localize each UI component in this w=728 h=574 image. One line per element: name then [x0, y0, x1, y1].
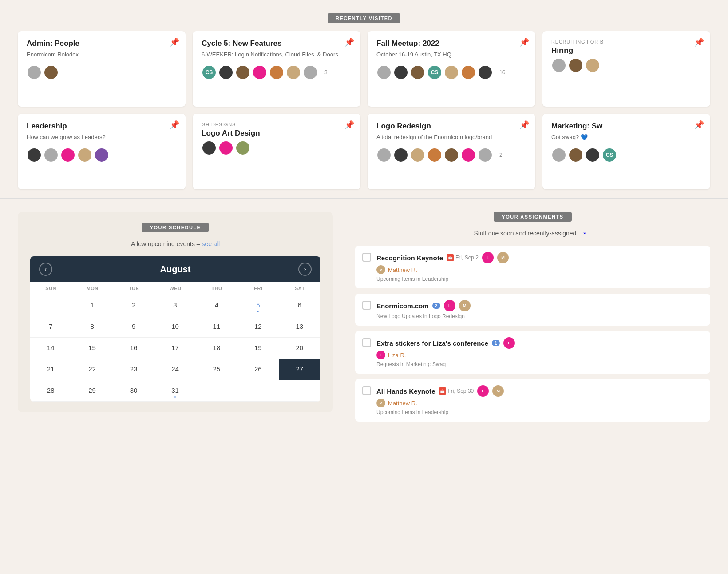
calendar-cell[interactable]: 20 — [279, 338, 320, 359]
calendar-cell[interactable]: 3 — [154, 295, 196, 316]
see-all-link[interactable]: see all — [202, 240, 220, 247]
calendar-cell[interactable]: 24 — [154, 359, 196, 380]
calendar-cell[interactable]: 30 — [113, 380, 154, 402]
card-avatars: CS+3 — [202, 65, 352, 80]
assignee-avatar: L — [482, 252, 494, 263]
calendar-weekday: SUN — [30, 282, 71, 295]
card-leadership[interactable]: 📌 Leadership How can we grow as Leaders? — [18, 114, 186, 189]
calendar-cell[interactable]: 2 — [113, 295, 154, 316]
assignee-avatar: L — [477, 385, 489, 397]
calendar-cell[interactable]: 16 — [113, 338, 154, 359]
assignment-checkbox[interactable] — [362, 253, 371, 262]
card-marketing-sw[interactable]: 📌 Marketing: Sw Got swag? 💙 CS — [542, 114, 710, 189]
assignee-avatar: M — [459, 300, 471, 311]
avatar — [427, 147, 442, 163]
avatar — [218, 65, 233, 80]
card-admin-people[interactable]: 📌 Admin: People Enormicom Rolodex — [18, 31, 186, 107]
calendar-cell[interactable]: 15 — [71, 338, 113, 359]
assignment-title: Extra stickers for Liza's conference — [376, 339, 488, 347]
calendar-cell[interactable]: 25 — [196, 359, 237, 380]
calendar-cell[interactable]: 9 — [113, 316, 154, 338]
calendar-cell[interactable]: 19 — [237, 338, 279, 359]
calendar-cell[interactable]: 23 — [113, 359, 154, 380]
avatar — [27, 65, 42, 80]
assignment-item-enormicom-com: Enormicom.com2LMNew Logo Updates in Logo… — [355, 294, 710, 326]
calendar-cell[interactable]: 21 — [30, 359, 71, 380]
avatar — [568, 147, 583, 163]
avatar — [94, 147, 109, 163]
avatar — [235, 140, 250, 155]
card-title: Hiring — [551, 46, 701, 55]
calendar-cell[interactable] — [30, 295, 71, 316]
calendar-cell[interactable]: 6 — [279, 295, 320, 316]
avatar — [410, 65, 425, 80]
calendar-cell[interactable]: 8 — [71, 316, 113, 338]
assignment-date: 📅 Fri, Sep 2 — [447, 254, 479, 261]
pin-icon[interactable]: 📌 — [344, 37, 354, 47]
calendar-cell[interactable]: 28 — [30, 380, 71, 402]
calendar-cell[interactable]: 11 — [196, 316, 237, 338]
calendar-cell[interactable]: 29 — [71, 380, 113, 402]
assignment-date: 📅 Fri, Sep 30 — [439, 387, 474, 395]
pin-icon[interactable]: 📌 — [694, 37, 704, 47]
card-recruiting[interactable]: 📌 RECRUITING FOR B Hiring — [542, 31, 710, 107]
assignments-label: YOUR ASSIGNMENTS — [494, 212, 571, 222]
calendar-weekdays: SUNMONTUEWEDTHUFRISAT — [30, 282, 320, 295]
assignment-checkbox[interactable] — [362, 338, 371, 347]
card-logo-redesign[interactable]: 📌 Logo Redesign A total redesign of the … — [368, 114, 535, 189]
calendar-cell[interactable]: 17 — [154, 338, 196, 359]
assignee-avatar-sm: M — [376, 399, 385, 407]
pin-icon[interactable]: 📌 — [694, 120, 704, 130]
calendar-cell[interactable]: 5 — [237, 295, 279, 316]
calendar-cell[interactable]: 31 — [154, 380, 196, 402]
calendar-cell[interactable] — [237, 380, 279, 402]
avatar — [551, 147, 566, 163]
avatar — [235, 65, 250, 80]
assignment-title: Enormicom.com — [376, 302, 429, 310]
pin-icon[interactable]: 📌 — [170, 37, 179, 47]
card-logo-art[interactable]: 📌 GH DESIGNS Logo Art Design — [193, 114, 360, 189]
card-avatars — [27, 65, 177, 80]
card-fall-meetup[interactable]: 📌 Fall Meetup: 2022 October 16-19 Austin… — [368, 31, 535, 107]
calendar-cell[interactable]: 22 — [71, 359, 113, 380]
calendar-cell[interactable]: 12 — [237, 316, 279, 338]
pin-icon[interactable]: 📌 — [519, 37, 529, 47]
calendar-cell[interactable]: 1 — [71, 295, 113, 316]
calendar-cell[interactable]: 7 — [30, 316, 71, 338]
prev-month-button[interactable]: ‹ — [39, 263, 52, 276]
assignee-row: M Matthew R. — [376, 399, 703, 407]
calendar-cell[interactable]: 13 — [279, 316, 320, 338]
avatar — [44, 147, 59, 163]
card-desc: Got swag? 💙 — [551, 133, 701, 141]
card-cycle-5[interactable]: 📌 Cycle 5: New Features 6-WEEKER: Login … — [193, 31, 360, 107]
calendar-cell[interactable]: 4 — [196, 295, 237, 316]
assignment-checkbox[interactable] — [362, 301, 371, 310]
calendar-cell[interactable]: 10 — [154, 316, 196, 338]
assignments-see-all[interactable]: s... — [583, 230, 592, 237]
assignments-list: Recognition Keynote 📅 Fri, Sep 2 LM M Ma… — [355, 246, 710, 422]
avatar — [27, 147, 42, 163]
avatar-count: +16 — [496, 69, 505, 76]
assignment-title: All Hands Keynote — [376, 387, 435, 395]
calendar-cell[interactable]: 18 — [196, 338, 237, 359]
calendar-cell[interactable]: 27 — [279, 359, 320, 380]
card-desc: Enormicom Rolodex — [27, 51, 177, 59]
next-month-button[interactable]: › — [298, 263, 312, 276]
calendar-cell[interactable]: 26 — [237, 359, 279, 380]
assignment-title-row: All Hands Keynote 📅 Fri, Sep 30 LM — [376, 385, 703, 397]
assignment-checkbox[interactable] — [362, 386, 371, 395]
assignee-avatar: L — [503, 337, 515, 349]
calendar-cell[interactable]: 14 — [30, 338, 71, 359]
pin-icon[interactable]: 📌 — [344, 120, 354, 130]
calendar-cell[interactable] — [279, 380, 320, 402]
calendar-cell[interactable] — [196, 380, 237, 402]
pin-icon[interactable]: 📌 — [170, 120, 179, 130]
recently-visited-section: RECENTLY VISITED 📌 Admin: People Enormic… — [0, 0, 728, 199]
card-avatars — [27, 147, 177, 163]
avatar — [444, 147, 459, 163]
calendar-weekday: WED — [154, 282, 196, 295]
avatar — [44, 65, 59, 80]
pin-icon[interactable]: 📌 — [519, 120, 529, 130]
card-avatars: CS+16 — [376, 65, 526, 80]
assignee-name: Matthew R. — [388, 400, 417, 407]
